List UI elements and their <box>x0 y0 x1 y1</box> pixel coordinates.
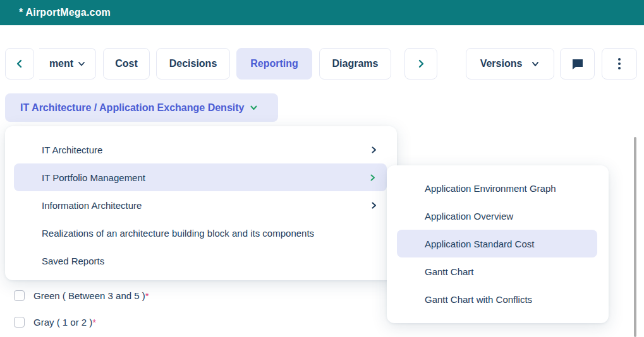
filter-row-gray: Gray ( 1 or 2 )* <box>14 317 96 328</box>
more-options-button[interactable] <box>602 48 637 80</box>
tab-label: ment <box>49 58 73 69</box>
submenu-item-label: Gantt Chart with Conflicts <box>425 294 532 305</box>
filter-row-green: Green ( Between 3 and 5 )* <box>14 290 149 301</box>
report-submenu: Application Environment Graph Applicatio… <box>387 165 609 323</box>
tabs-scroll-right-button[interactable] <box>404 48 437 80</box>
versions-button[interactable]: Versions <box>466 48 554 80</box>
required-asterisk: * <box>92 317 96 328</box>
submenu-item-label: Gantt Chart <box>425 266 474 277</box>
app-title: * AirportMega.com <box>19 7 111 18</box>
caret-down-icon <box>78 60 85 68</box>
submenu-item-label: Application Standard Cost <box>425 239 534 249</box>
tab-reporting[interactable]: Reporting <box>236 48 312 80</box>
tab-label: Decisions <box>169 58 217 69</box>
submenu-item-application-standard-cost[interactable]: Application Standard Cost <box>397 230 597 257</box>
required-asterisk: * <box>145 290 149 301</box>
tab-management[interactable]: ment <box>39 48 96 80</box>
tab-decisions[interactable]: Decisions <box>156 48 230 80</box>
green-checkbox-label: Green ( Between 3 and 5 )* <box>33 290 149 301</box>
caret-down-icon <box>531 59 540 68</box>
tabs-scroll-left-button[interactable] <box>5 48 34 80</box>
report-category-menu: IT Architecture IT Portfolio Management … <box>5 126 397 280</box>
gray-checkbox-label: Gray ( 1 or 2 )* <box>33 317 96 328</box>
gray-checkbox[interactable] <box>14 317 25 328</box>
menu-item-label: IT Architecture <box>42 145 102 155</box>
submenu-item-application-environment-graph[interactable]: Application Environment Graph <box>387 174 609 202</box>
comment-icon <box>570 56 585 71</box>
tab-label: Cost <box>115 58 138 69</box>
chevron-right-icon <box>370 146 378 154</box>
menu-item-it-architecture[interactable]: IT Architecture <box>5 136 397 163</box>
caret-down-icon <box>250 103 258 112</box>
versions-label: Versions <box>480 58 523 69</box>
report-selector-button[interactable]: IT Architecture / Application Exchange D… <box>5 93 278 122</box>
menu-item-it-portfolio-management[interactable]: IT Portfolio Management <box>14 163 387 191</box>
menu-item-label: Realizations of an architecture building… <box>42 228 314 239</box>
menu-item-realizations[interactable]: Realizations of an architecture building… <box>5 219 397 247</box>
tab-cost[interactable]: Cost <box>103 48 150 80</box>
report-selector-label: IT Architecture / Application Exchange D… <box>20 102 244 114</box>
chevron-left-icon <box>15 59 25 69</box>
menu-item-label: Saved Reports <box>42 256 104 266</box>
submenu-item-gantt-chart[interactable]: Gantt Chart <box>387 257 609 285</box>
vertical-scrollbar[interactable] <box>634 137 636 337</box>
kebab-icon <box>618 58 621 69</box>
tab-label: Reporting <box>250 58 298 69</box>
menu-item-label: IT Portfolio Management <box>42 172 145 183</box>
app-header: * AirportMega.com <box>0 0 644 25</box>
menu-item-saved-reports[interactable]: Saved Reports <box>5 247 397 275</box>
chevron-right-icon <box>416 59 426 69</box>
green-checkbox[interactable] <box>14 290 25 301</box>
submenu-item-gantt-chart-with-conflicts[interactable]: Gantt Chart with Conflicts <box>387 285 609 313</box>
menu-item-label: Information Architecture <box>42 200 142 211</box>
submenu-item-label: Application Environment Graph <box>425 183 556 194</box>
submenu-item-label: Application Overview <box>425 211 513 222</box>
submenu-item-application-overview[interactable]: Application Overview <box>387 202 609 230</box>
chevron-right-icon <box>368 174 377 182</box>
chevron-right-icon <box>370 201 378 210</box>
tab-diagrams[interactable]: Diagrams <box>319 48 391 80</box>
comments-button[interactable] <box>560 48 595 80</box>
tab-label: Diagrams <box>332 58 379 69</box>
menu-item-information-architecture[interactable]: Information Architecture <box>5 191 397 219</box>
